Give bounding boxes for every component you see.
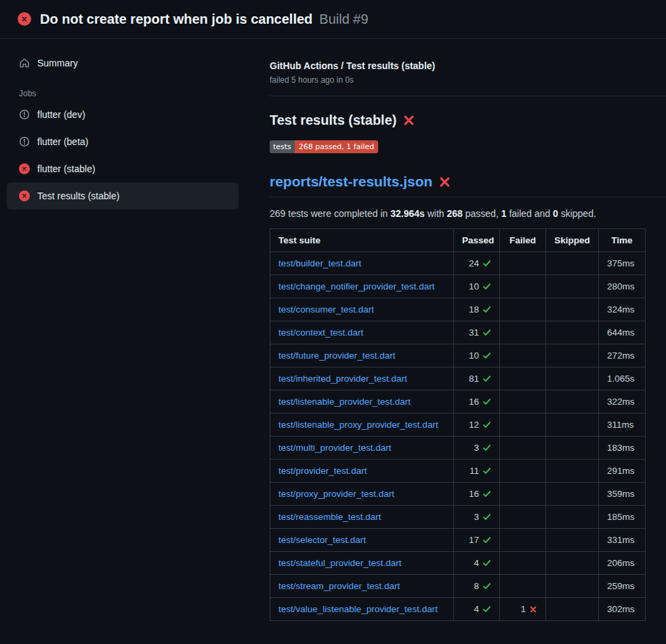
suite-link[interactable]: test/change_notifier_provider_test.dart bbox=[278, 281, 434, 291]
passed-cell: 16 bbox=[454, 390, 500, 414]
passed-cell: 10 bbox=[454, 275, 500, 298]
section-title: Test results (stable) bbox=[270, 113, 396, 128]
table-header-row: Test suite Passed Failed Skipped Time bbox=[270, 229, 646, 252]
check-icon bbox=[482, 605, 491, 613]
time-cell: 311ms bbox=[599, 414, 646, 437]
table-row: test/multi_provider_test.dart 3 183ms bbox=[270, 437, 646, 460]
passed-count: 31 bbox=[469, 327, 479, 338]
suite-link[interactable]: test/stateful_provider_test.dart bbox=[278, 558, 402, 568]
passed-count: 3 bbox=[474, 443, 479, 453]
table-row: test/stateful_provider_test.dart 4 206ms bbox=[270, 552, 646, 575]
sidebar-item-flutter-stable[interactable]: flutter (stable) bbox=[7, 155, 238, 182]
results-table-body: test/builder_test.dart 24 375ms test/cha… bbox=[270, 252, 646, 621]
check-icon bbox=[482, 559, 491, 567]
sidebar-item-summary[interactable]: Summary bbox=[7, 49, 238, 77]
suite-link[interactable]: test/consumer_test.dart bbox=[278, 304, 374, 315]
check-icon bbox=[482, 374, 491, 383]
suite-link[interactable]: test/provider_test.dart bbox=[278, 466, 367, 476]
failed-cell bbox=[500, 552, 546, 575]
col-passed: Passed bbox=[454, 229, 500, 252]
skipped-cell bbox=[546, 275, 599, 298]
passed-count: 8 bbox=[474, 581, 479, 591]
suite-link[interactable]: test/listenable_proxy_provider_test.dart bbox=[278, 420, 438, 430]
sidebar-item-test-results-stable[interactable]: Test results (stable) bbox=[7, 182, 238, 209]
table-row: test/stream_provider_test.dart 8 259ms bbox=[270, 575, 646, 598]
suite-link[interactable]: test/builder_test.dart bbox=[278, 258, 361, 268]
summary-text: failed and bbox=[507, 208, 554, 219]
suite-cell: test/listenable_proxy_provider_test.dart bbox=[270, 414, 454, 437]
time-cell: 324ms bbox=[599, 298, 646, 321]
passed-cell: 81 bbox=[454, 367, 500, 390]
suite-link[interactable]: test/listenable_provider_test.dart bbox=[278, 397, 411, 407]
sidebar-item-flutter-dev[interactable]: flutter (dev) bbox=[7, 101, 238, 128]
time-cell: 359ms bbox=[599, 483, 646, 506]
suite-link[interactable]: test/inherited_provider_test.dart bbox=[278, 374, 407, 384]
table-row: test/value_listenable_provider_test.dart… bbox=[270, 598, 646, 621]
skipped-cell bbox=[546, 344, 599, 367]
summary-text: 269 tests were completed in bbox=[270, 208, 390, 219]
time-cell: 291ms bbox=[599, 460, 646, 483]
suite-link[interactable]: test/selector_test.dart bbox=[278, 535, 366, 545]
table-row: test/future_provider_test.dart 10 272ms bbox=[270, 344, 646, 367]
skipped-cell bbox=[546, 298, 599, 321]
suite-cell: test/multi_provider_test.dart bbox=[270, 437, 454, 460]
test-results-table: Test suite Passed Failed Skipped Time te… bbox=[270, 228, 646, 621]
check-run-header: Do not create report when job is cancell… bbox=[0, 0, 666, 39]
passed-count: 24 bbox=[469, 258, 479, 268]
suite-cell: test/inherited_provider_test.dart bbox=[270, 367, 454, 390]
time-cell: 259ms bbox=[599, 575, 646, 598]
check-icon bbox=[482, 443, 491, 452]
suite-cell: test/proxy_provider_test.dart bbox=[270, 483, 454, 506]
passed-cell: 3 bbox=[454, 437, 500, 460]
suite-link[interactable]: test/future_provider_test.dart bbox=[278, 350, 396, 361]
check-icon bbox=[482, 328, 491, 337]
suite-cell: test/stream_provider_test.dart bbox=[270, 575, 454, 598]
badge-value: 268 passed, 1 failed bbox=[295, 140, 378, 153]
failed-cell bbox=[500, 367, 546, 390]
jobs-heading: Jobs bbox=[19, 89, 245, 98]
suite-link[interactable]: test/stream_provider_test.dart bbox=[278, 581, 400, 591]
summary-passed-count: 268 bbox=[447, 208, 463, 219]
sidebar-item-flutter-beta[interactable]: flutter (beta) bbox=[7, 128, 238, 155]
skipped-cell bbox=[546, 483, 599, 506]
failed-cell bbox=[500, 460, 546, 483]
summary-line: 269 tests were completed in 32.964s with… bbox=[270, 208, 645, 219]
suite-link[interactable]: test/multi_provider_test.dart bbox=[278, 443, 392, 453]
section-heading: Test results (stable) bbox=[270, 113, 645, 128]
check-icon bbox=[482, 282, 491, 291]
skipped-cell bbox=[546, 529, 599, 552]
check-icon bbox=[482, 259, 491, 268]
suite-link[interactable]: test/proxy_provider_test.dart bbox=[278, 489, 394, 499]
check-icon bbox=[482, 305, 491, 314]
col-failed: Failed bbox=[500, 229, 546, 252]
time-cell: 206ms bbox=[599, 552, 646, 575]
passed-count: 81 bbox=[469, 374, 479, 384]
skipped-cell bbox=[546, 598, 599, 621]
skipped-cell bbox=[546, 506, 599, 529]
run-status-text: failed 5 hours ago in 0s bbox=[270, 75, 645, 85]
passed-count: 16 bbox=[469, 489, 479, 499]
failed-cell: 1 bbox=[500, 598, 546, 621]
passed-count: 12 bbox=[469, 420, 479, 430]
time-cell: 375ms bbox=[599, 252, 646, 275]
passed-cell: 17 bbox=[454, 529, 500, 552]
summary-failed-count: 1 bbox=[501, 208, 507, 219]
summary-skipped-count: 0 bbox=[553, 208, 558, 219]
check-icon bbox=[482, 420, 491, 429]
time-cell: 280ms bbox=[599, 275, 646, 298]
passed-count: 16 bbox=[469, 397, 479, 407]
skipped-cell bbox=[546, 367, 599, 390]
suite-link[interactable]: test/reassemble_test.dart bbox=[278, 512, 381, 522]
passed-count: 11 bbox=[470, 466, 479, 476]
suite-link[interactable]: test/context_test.dart bbox=[278, 327, 363, 338]
passed-cell: 3 bbox=[454, 506, 500, 529]
passed-cell: 16 bbox=[454, 483, 500, 506]
report-file-link[interactable]: reports/test-results.json bbox=[270, 174, 432, 190]
skipped-cell bbox=[546, 321, 599, 344]
time-cell: 1.065s bbox=[599, 367, 646, 390]
passed-count: 4 bbox=[474, 558, 479, 568]
suite-cell: test/future_provider_test.dart bbox=[270, 344, 454, 367]
passed-cell: 4 bbox=[454, 552, 500, 575]
sidebar-job-label: flutter (stable) bbox=[37, 163, 96, 174]
suite-link[interactable]: test/value_listenable_provider_test.dart bbox=[278, 604, 438, 614]
